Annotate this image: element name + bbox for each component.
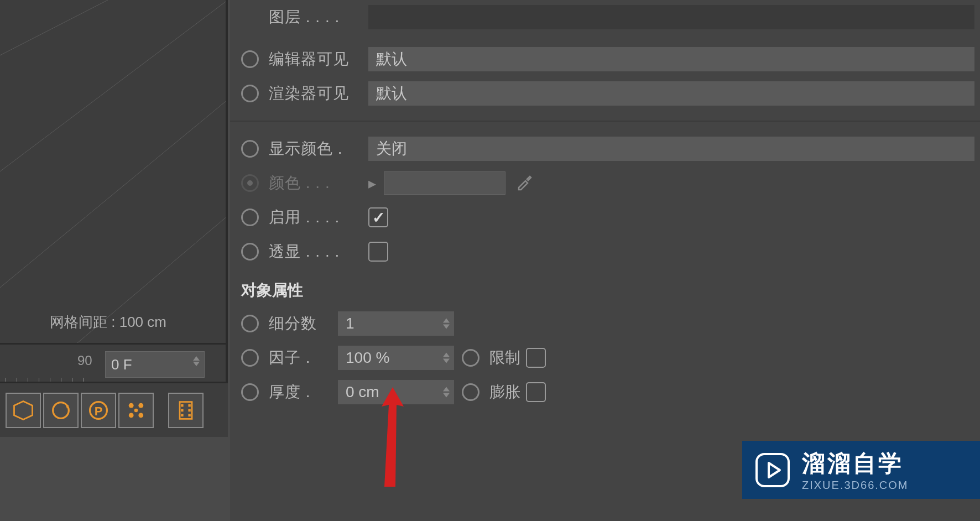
spinner-up-icon[interactable] — [443, 353, 450, 357]
color-expand-icon[interactable]: ▸ — [368, 174, 376, 192]
layer-dropdown[interactable] — [368, 5, 974, 29]
spinner-up-icon[interactable] — [443, 387, 450, 392]
enable-checkbox[interactable] — [368, 207, 388, 227]
watermark-title: 溜溜自学 — [802, 448, 908, 479]
transparency-keyframe[interactable] — [241, 243, 259, 260]
tool-dots-button[interactable] — [118, 393, 154, 428]
eyedropper-icon[interactable] — [515, 173, 533, 193]
limit-group: 限制 — [462, 347, 546, 368]
viewport[interactable]: 网格间距 : 100 cm — [0, 0, 228, 343]
layer-label: 图层 . . . . — [269, 7, 368, 28]
editor-visible-keyframe[interactable] — [241, 50, 259, 68]
svg-point-9 — [129, 413, 134, 418]
svg-point-7 — [129, 403, 134, 408]
thickness-keyframe[interactable] — [241, 383, 259, 401]
expand-group: 膨胀 — [462, 382, 546, 403]
object-attributes-header: 对象属性 — [230, 269, 980, 306]
tool-rotate-button[interactable] — [43, 393, 79, 428]
thickness-label: 厚度 . — [269, 382, 338, 403]
svg-rect-17 — [181, 414, 183, 416]
grid-spacing-label: 网格间距 : 100 cm — [50, 312, 166, 332]
renderer-visible-keyframe[interactable] — [241, 85, 259, 102]
timeline: 90 0 F — [0, 343, 228, 382]
spinner-down-icon[interactable] — [443, 359, 450, 363]
expand-checkbox[interactable] — [526, 382, 546, 402]
transparency-label: 透显 . . . . — [269, 241, 368, 262]
color-swatch[interactable] — [384, 171, 505, 195]
spinner-down-icon[interactable] — [443, 325, 450, 329]
renderer-visible-label: 渲染器可见 — [269, 83, 368, 104]
renderer-visible-row: 渲染器可见 默认 — [230, 76, 980, 111]
svg-rect-13 — [181, 404, 183, 407]
svg-point-10 — [138, 413, 143, 418]
factor-label: 因子 . — [269, 347, 338, 368]
limit-checkbox[interactable] — [526, 348, 546, 368]
display-color-dropdown[interactable]: 关闭 — [368, 137, 974, 161]
expand-keyframe[interactable] — [462, 383, 479, 401]
viewport-grid — [0, 0, 226, 343]
enable-row: 启用 . . . . — [230, 200, 980, 235]
expand-label: 膨胀 — [489, 382, 520, 403]
svg-line-1 — [0, 0, 226, 171]
factor-spinner[interactable] — [443, 353, 450, 363]
spinner-down-icon[interactable] — [193, 362, 200, 366]
factor-row: 因子 . 100 % 限制 — [230, 341, 980, 375]
subdivisions-spinner[interactable] — [443, 319, 450, 329]
factor-input[interactable]: 100 % — [338, 346, 454, 370]
svg-rect-14 — [188, 404, 190, 407]
enable-label: 启用 . . . . — [269, 207, 368, 228]
layer-row: 图层 . . . . — [230, 0, 980, 34]
watermark-subtitle: ZIXUE.3D66.COM — [802, 479, 908, 492]
svg-rect-18 — [188, 414, 190, 416]
transparency-checkbox[interactable] — [368, 242, 388, 262]
enable-keyframe[interactable] — [241, 209, 259, 226]
display-color-keyframe[interactable] — [241, 140, 259, 158]
editor-visible-row: 编辑器可见 默认 — [230, 42, 980, 76]
watermark: 溜溜自学 ZIXUE.3D66.COM — [742, 441, 980, 499]
tool-cube-button[interactable] — [6, 393, 41, 428]
factor-keyframe[interactable] — [241, 349, 259, 367]
editor-visible-dropdown[interactable]: 默认 — [368, 47, 974, 71]
watermark-play-icon — [753, 451, 792, 489]
svg-line-0 — [0, 0, 108, 55]
color-row: 颜色 . . . ▸ — [230, 166, 980, 200]
tool-projection-button[interactable]: P — [81, 393, 116, 428]
svg-rect-16 — [188, 409, 190, 411]
subdivisions-input[interactable]: 1 — [338, 311, 454, 336]
thickness-row: 厚度 . 0 cm 膨胀 — [230, 375, 980, 409]
limit-keyframe[interactable] — [462, 349, 479, 367]
renderer-visible-dropdown[interactable]: 默认 — [368, 81, 974, 106]
timeline-marker: 90 — [77, 353, 92, 368]
svg-line-2 — [0, 100, 226, 288]
limit-label: 限制 — [489, 347, 520, 368]
svg-text:P: P — [95, 404, 103, 418]
subdivisions-label: 细分数 — [269, 313, 338, 334]
frame-spinner[interactable] — [193, 356, 200, 366]
tool-film-button[interactable] — [168, 393, 204, 428]
frame-input[interactable]: 0 F — [105, 351, 205, 378]
display-color-label: 显示颜色 . — [269, 138, 368, 159]
transparency-row: 透显 . . . . — [230, 235, 980, 269]
annotation-arrow — [368, 382, 418, 494]
spinner-down-icon[interactable] — [443, 393, 450, 398]
color-label: 颜色 . . . — [269, 173, 368, 194]
subdivisions-keyframe[interactable] — [241, 315, 259, 332]
editor-visible-label: 编辑器可见 — [269, 49, 368, 70]
svg-rect-19 — [757, 454, 789, 486]
thickness-spinner[interactable] — [443, 387, 450, 398]
frame-value: 0 F — [111, 356, 132, 373]
tool-palette: P — [0, 382, 228, 437]
spinner-up-icon[interactable] — [443, 319, 450, 323]
svg-point-8 — [138, 403, 143, 408]
spinner-up-icon[interactable] — [193, 356, 200, 361]
svg-point-11 — [134, 408, 138, 412]
color-keyframe[interactable] — [241, 174, 259, 192]
subdivisions-row: 细分数 1 — [230, 306, 980, 341]
display-color-row: 显示颜色 . 关闭 — [230, 132, 980, 166]
svg-rect-15 — [181, 409, 183, 411]
